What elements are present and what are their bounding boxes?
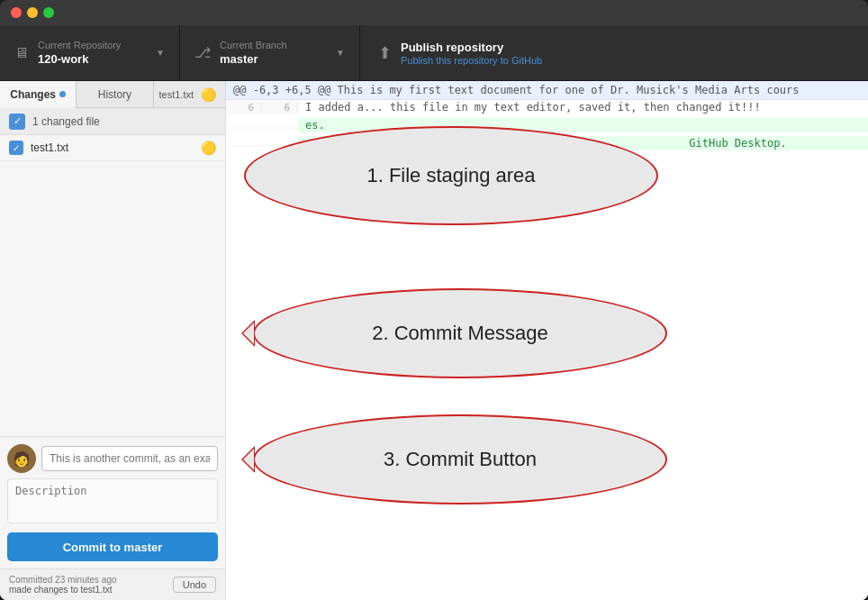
tab-filename[interactable]: test1.txt 🟡 (154, 81, 225, 107)
current-branch-section[interactable]: ⎇ Current Branch master ▼ (180, 25, 360, 80)
branch-name: master (220, 52, 329, 66)
diff-view: @@ -6,3 +6,5 @@ This is my first text do… (226, 81, 868, 600)
file-modified-icon: 🟡 (201, 141, 216, 155)
tab-bar: Changes History test1.txt 🟡 (0, 81, 225, 108)
undo-button[interactable]: Undo (173, 577, 216, 593)
line-num-right-1: 6 (262, 101, 298, 114)
current-repository-section[interactable]: 🖥 Current Repository 120-work ▼ (0, 25, 180, 80)
main-layout: Changes History test1.txt 🟡 ✓ 1 changed … (0, 81, 868, 600)
publish-subtitle: Publish this repository to GitHub (401, 55, 542, 66)
minimize-button[interactable] (27, 7, 38, 18)
save-indicator-icon: 🟡 (201, 87, 220, 102)
line-num-right-3 (262, 145, 298, 147)
repo-text: Current Repository 120-work (38, 40, 149, 66)
commit-message-input[interactable] (41, 446, 218, 471)
list-item[interactable]: ✓ test1.txt 🟡 (0, 135, 225, 161)
right-panel: @@ -6,3 +6,5 @@ This is my first text do… (226, 81, 868, 600)
branch-label: Current Branch (220, 40, 329, 50)
branch-icon: ⎇ (194, 44, 211, 61)
commit-area: 🧑 Commit to master (0, 436, 225, 568)
line-content-2: es. (298, 118, 868, 132)
toolbar: 🖥 Current Repository 120-work ▼ ⎇ Curren… (0, 25, 868, 81)
tab-changes-label: Changes (10, 88, 56, 101)
line-num-left-1: 6 (226, 101, 262, 114)
checkmark-icon: ✓ (14, 115, 22, 127)
changed-files-header: ✓ 1 changed file (0, 108, 225, 135)
line-content-1: I added a... this file in my text editor… (298, 100, 868, 114)
diff-header: @@ -6,3 +6,5 @@ This is my first text do… (226, 81, 868, 100)
changed-count: 1 changed file (32, 115, 100, 128)
footer-info: Committed 23 minutes ago made changes to… (9, 575, 117, 595)
diff-line-2: es. (226, 118, 868, 136)
left-footer: Committed 23 minutes ago made changes to… (0, 568, 225, 600)
publish-text: Publish repository Publish this reposito… (401, 41, 542, 66)
line-num-left-2 (226, 127, 262, 129)
publish-icon: ⬆ (378, 43, 392, 63)
maximize-button[interactable] (43, 7, 54, 18)
avatar-row: 🧑 (7, 444, 218, 473)
publish-section[interactable]: ⬆ Publish repository Publish this reposi… (360, 25, 560, 80)
changes-dot (59, 91, 66, 97)
tab-history[interactable]: History (77, 81, 153, 107)
close-button[interactable] (11, 7, 22, 18)
title-bar (0, 0, 868, 25)
changed-file-label: made changes to test1.txt (9, 585, 117, 595)
avatar: 🧑 (7, 444, 36, 473)
repo-label: Current Repository (38, 40, 149, 50)
diff-line-3: GitHub Desktop. (226, 136, 868, 154)
file-name: test1.txt (31, 141, 201, 154)
repo-chevron-icon: ▼ (156, 48, 165, 58)
line-num-left-3 (226, 145, 262, 147)
diff-line-1: 6 6 I added a... this file in my text ed… (226, 100, 868, 118)
branch-chevron-icon: ▼ (336, 48, 345, 58)
select-all-checkbox[interactable]: ✓ (9, 114, 25, 130)
file-checkbox[interactable]: ✓ (9, 141, 23, 155)
commit-button[interactable]: Commit to master (7, 532, 218, 561)
publish-title: Publish repository (401, 41, 542, 54)
line-num-right-2 (262, 127, 298, 129)
file-list: ✓ test1.txt 🟡 (0, 135, 225, 436)
commit-description-input[interactable] (7, 478, 218, 523)
left-panel: Changes History test1.txt 🟡 ✓ 1 changed … (0, 81, 226, 600)
line-content-3: GitHub Desktop. (298, 136, 868, 150)
tab-changes[interactable]: Changes (0, 81, 77, 107)
committed-time: Committed 23 minutes ago (9, 575, 117, 585)
branch-text: Current Branch master (220, 40, 329, 66)
repo-name: 120-work (38, 52, 149, 66)
traffic-lights (11, 7, 54, 18)
file-checkmark-icon: ✓ (13, 143, 20, 153)
monitor-icon: 🖥 (14, 45, 29, 61)
tab-history-label: History (98, 88, 131, 101)
filename-tab-label: test1.txt (159, 89, 194, 100)
